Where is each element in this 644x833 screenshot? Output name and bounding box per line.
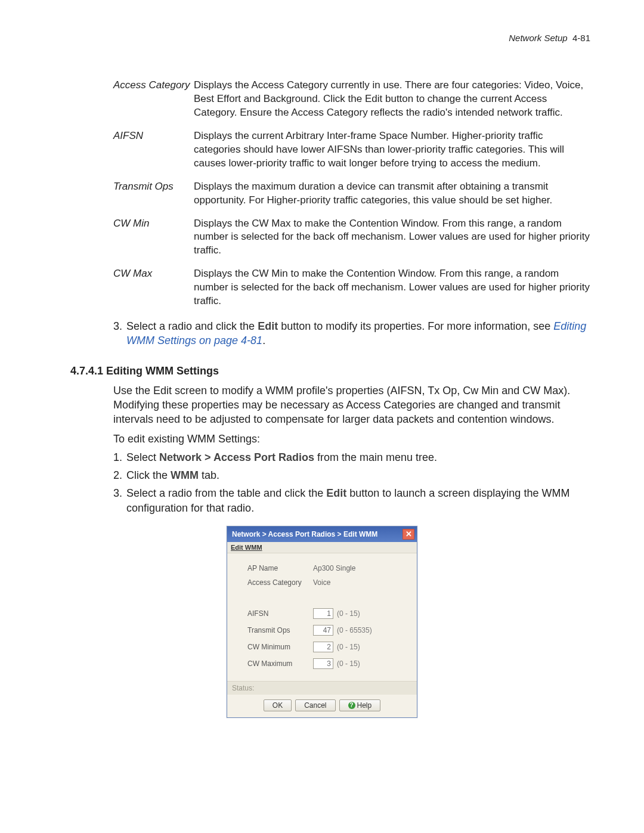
dialog-row-transmit-ops: Transmit Ops (0 - 65535) (247, 625, 406, 636)
section-paragraph: Use the Edit screen to modify a WMM prof… (113, 383, 590, 427)
definition-term: CW Min (113, 217, 194, 258)
text: Select a radio from the table and click … (126, 487, 326, 499)
definition-desc: Displays the Access Category currently i… (194, 79, 590, 120)
label-access-category: Access Category (247, 578, 313, 587)
dialog-row-access-category: Access Category Voice (247, 578, 406, 587)
cancel-button[interactable]: Cancel (295, 699, 335, 711)
ok-button-label: OK (273, 701, 283, 710)
value-access-category: Voice (313, 578, 330, 587)
list-item: 2. Click the WMM tab. (113, 468, 590, 482)
label-aifsn: AIFSN (247, 609, 313, 618)
text: Select (126, 451, 159, 463)
label-transmit-ops: Transmit Ops (247, 626, 313, 634)
definition-desc: Displays the current Arbitrary Inter-fra… (194, 129, 590, 171)
list-item: 3. Select a radio and click the Edit but… (113, 319, 590, 348)
definition-desc: Displays the maximum duration a device c… (194, 180, 590, 208)
dialog-wrap: Network > Access Port Radios > Edit WMM … (48, 526, 596, 718)
ok-button[interactable]: OK (264, 699, 292, 711)
dialog-row-cw-min: CW Minimum (0 - 15) (247, 642, 406, 652)
header-section-name: Network Setup (509, 33, 567, 43)
tab-name-bold: WMM (171, 469, 199, 481)
dialog-status-bar: Status: (227, 681, 417, 695)
step-list-upper: 3. Select a radio and click the Edit but… (113, 319, 590, 348)
definition-term: CW Max (113, 267, 194, 308)
input-transmit-ops[interactable] (313, 625, 333, 636)
text: from the main menu tree. (314, 451, 437, 463)
text: Select a radio and click the (126, 320, 258, 332)
definition-row: CW Min Displays the CW Max to make the C… (113, 217, 590, 258)
dialog-button-row: OK Cancel ? Help (227, 695, 417, 717)
close-icon[interactable]: ✕ (402, 529, 414, 540)
help-button-label: Help (357, 701, 372, 710)
label-cw-max: CW Maximum (247, 659, 313, 668)
list-number: 3. (113, 486, 122, 500)
definition-row: CW Max Displays the CW Min to make the C… (113, 267, 590, 308)
definition-term: AIFSN (113, 129, 194, 171)
edit-wmm-dialog: Network > Access Port Radios > Edit WMM … (227, 526, 417, 718)
definition-desc: Displays the CW Max to make the Contenti… (194, 217, 590, 258)
input-cw-min[interactable] (313, 642, 333, 652)
section-lead-in: To edit existing WMM Settings: (113, 433, 590, 445)
text: button to modify its properties. For mor… (278, 320, 553, 332)
definition-table: Access Category Displays the Access Cate… (113, 79, 590, 308)
list-number: 2. (113, 468, 122, 482)
definition-row: Transmit Ops Displays the maximum durati… (113, 180, 590, 208)
text: . (262, 335, 265, 346)
edit-bold: Edit (258, 320, 278, 332)
menu-path-bold: Network > Access Port Radios (159, 451, 314, 463)
range-cw-max: (0 - 15) (337, 659, 360, 668)
help-icon: ? (348, 702, 355, 709)
dialog-subtitle: Edit WMM (227, 542, 417, 553)
definition-desc: Displays the CW Min to make the Contenti… (194, 267, 590, 308)
range-cw-min: (0 - 15) (337, 643, 360, 651)
value-ap-name: Ap300 Single (313, 564, 355, 572)
input-aifsn[interactable] (313, 608, 333, 619)
step-list-lower: 1. Select Network > Access Port Radios f… (113, 450, 590, 515)
definition-row: Access Category Displays the Access Cate… (113, 79, 590, 120)
range-aifsn: (0 - 15) (337, 609, 360, 618)
dialog-row-ap-name: AP Name Ap300 Single (247, 564, 406, 572)
label-ap-name: AP Name (247, 564, 313, 572)
definition-term: Access Category (113, 79, 194, 120)
dialog-body: AP Name Ap300 Single Access Category Voi… (227, 553, 417, 681)
edit-bold: Edit (326, 487, 346, 499)
range-transmit-ops: (0 - 65535) (337, 626, 372, 634)
label-cw-min: CW Minimum (247, 643, 313, 651)
header-page-ref: 4-81 (572, 33, 590, 43)
dialog-titlebar: Network > Access Port Radios > Edit WMM … (227, 527, 417, 542)
cancel-button-label: Cancel (304, 701, 326, 710)
input-cw-max[interactable] (313, 658, 333, 669)
definition-term: Transmit Ops (113, 180, 194, 208)
dialog-row-aifsn: AIFSN (0 - 15) (247, 608, 406, 619)
section-title: Editing WMM Settings (106, 365, 219, 377)
list-item: 1. Select Network > Access Port Radios f… (113, 450, 590, 465)
section-number: 4.7.4.1 (70, 365, 103, 377)
page: Network Setup 4-81 Access Category Displ… (0, 0, 644, 833)
dialog-breadcrumb: Network > Access Port Radios > Edit WMM (232, 530, 377, 538)
section-heading: 4.7.4.1 Editing WMM Settings (70, 365, 596, 377)
list-number: 3. (113, 319, 122, 333)
page-header: Network Setup 4-81 (48, 33, 596, 43)
text: Click the (126, 469, 171, 481)
dialog-row-cw-max: CW Maximum (0 - 15) (247, 658, 406, 669)
list-item: 3. Select a radio from the table and cli… (113, 486, 590, 515)
list-number: 1. (113, 450, 122, 465)
definition-row: AIFSN Displays the current Arbitrary Int… (113, 129, 590, 171)
help-button[interactable]: ? Help (339, 699, 381, 711)
text: tab. (199, 469, 219, 481)
